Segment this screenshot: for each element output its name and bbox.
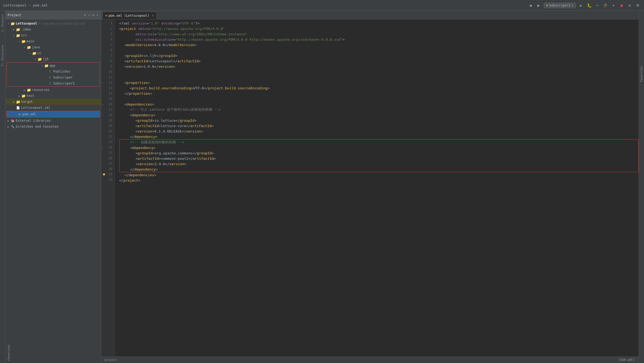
- folder-icon-resources: 📁: [26, 88, 31, 92]
- code-line-2: <project xmlns="http://maven.apache.org/…: [119, 26, 639, 31]
- tree-label-publisher: Publisher: [53, 70, 71, 73]
- tree-label-idea: .idea: [21, 28, 31, 31]
- code-line-9: <version>1.0.0</version>: [119, 64, 639, 69]
- folder-icon-target: 📁: [16, 100, 21, 104]
- code-line-16: <dependencies>: [119, 101, 639, 107]
- line-numbers: 1 2 3 4 5 6 7 8 9 10 11 ▾ 12 13 14 15 ▾: [101, 19, 115, 357]
- tree-item-root[interactable]: ▾ 📁 Lettucepool F:\myCode\crazyCode\Spri…: [5, 21, 101, 26]
- line-num-9: 9: [101, 64, 115, 69]
- tree-item-test[interactable]: ▶ 📁 test: [5, 93, 101, 99]
- tree-arrow-pom: [13, 113, 17, 116]
- run-with-coverage-button[interactable]: ☂: [594, 2, 600, 8]
- tree-item-resources[interactable]: ▶ 📁 resources: [5, 87, 101, 93]
- tree-label-ljh: ljh: [43, 57, 49, 61]
- line-num-23: 23: [101, 139, 115, 145]
- editor-tab-pom[interactable]: m pom.xml (Lettucepool) ×: [102, 12, 157, 19]
- fold-arrow-12[interactable]: ▾: [102, 81, 103, 84]
- profile-button[interactable]: ⏱: [602, 2, 608, 8]
- build-button[interactable]: ⚙: [627, 2, 633, 8]
- code-line-8: <artifactId>Lettucepool</artifactId>: [119, 58, 639, 64]
- line-num-7: 7: [101, 53, 115, 58]
- bottom-bar: project CSDN @张三: [101, 357, 639, 363]
- favorites-area: Favorites: [5, 336, 101, 363]
- tab-label: pom.xml (Lettucepool): [109, 14, 150, 18]
- tab-close-icon[interactable]: ×: [152, 14, 154, 18]
- tree-item-app[interactable]: ▾ 📁 app: [7, 63, 100, 69]
- line-num-13: 13: [101, 85, 115, 91]
- folder-icon-test: 📁: [21, 94, 26, 98]
- panel-expand-icon[interactable]: ⇔: [88, 13, 90, 18]
- tree-item-publisher[interactable]: C Publisher: [7, 69, 100, 74]
- back-icon[interactable]: ◀: [528, 2, 534, 8]
- code-line-3: xmlns:xsi="http://www.w3.org/2001/XMLSch…: [119, 31, 639, 37]
- code-line-30: </project>: [119, 178, 639, 183]
- file-name-title: pom.xml: [33, 3, 48, 7]
- line-num-22: 22: [101, 134, 115, 139]
- run-button[interactable]: ▶: [578, 2, 584, 8]
- fold-arrow-24[interactable]: ▾: [102, 146, 103, 149]
- tree-item-java[interactable]: ▾ 📁 java: [5, 44, 101, 50]
- favorites-tab[interactable]: Favorites: [6, 344, 11, 362]
- tree-item-target[interactable]: ▶ 📁 target: [5, 99, 101, 105]
- dot-29: [103, 173, 105, 175]
- pom-selected-box: m pom.xml: [6, 111, 100, 117]
- structure-tab[interactable]: 7: Structure: [0, 44, 5, 67]
- fold-arrow-16[interactable]: ▾: [102, 103, 103, 106]
- tree-item-external-libs[interactable]: ▶ 📚 External Libraries: [5, 118, 101, 124]
- line-num-12: ▾ 12: [101, 80, 115, 85]
- tree-label-subscriper: Subscriper: [53, 76, 73, 79]
- run-config-dropdown[interactable]: ● Subscriper2 ▾: [544, 3, 576, 8]
- more-run-actions-button[interactable]: ▾: [611, 2, 616, 8]
- tree-arrow-resources: ▶: [23, 89, 26, 91]
- dependency-highlight-box: <!-- 创建连接池对象的依赖 --> <dependency> <groupI…: [119, 139, 639, 172]
- tree-label-root: Lettucepool: [16, 22, 37, 25]
- stop-button[interactable]: ■: [619, 2, 625, 8]
- line-num-4: 4: [101, 37, 115, 42]
- code-line-5: <modelVersion>4.0.0</modelVersion>: [119, 42, 639, 48]
- tree-item-idea[interactable]: ▶ 📁 .idea: [5, 26, 101, 32]
- run-config-label: Subscriper2: [549, 4, 570, 7]
- folder-icon-ljh: 📁: [37, 57, 42, 61]
- file-tree: ▾ 📁 Lettucepool F:\myCode\crazyCode\Spri…: [5, 19, 101, 336]
- panel-gear-icon[interactable]: ⚙: [92, 13, 95, 18]
- code-line-4: xsi:schemaLocation="http://maven.apache.…: [119, 37, 639, 42]
- tree-item-pom[interactable]: m pom.xml: [7, 111, 100, 117]
- line-num-18: ▾ 18: [101, 112, 115, 118]
- line-num-8: 8: [101, 58, 115, 64]
- code-line-25: <groupId>org.apache.commons</groupId>: [119, 150, 638, 156]
- right-side-tabs: Favorites: [639, 11, 644, 363]
- project-tab[interactable]: 1: Project: [0, 13, 5, 33]
- favorites-right-tab[interactable]: Favorites: [639, 65, 644, 83]
- line-num-6: 6: [101, 48, 115, 53]
- tree-arrow-main: ▾: [17, 40, 21, 43]
- tree-item-cn[interactable]: ▾ 📁 cn: [5, 50, 101, 56]
- tree-item-subscriper[interactable]: C Subscriper: [7, 74, 100, 80]
- code-area[interactable]: <?xml version="1.0" encoding="UTF-8"?> <…: [115, 19, 639, 357]
- tree-arrow-root: ▾: [6, 22, 10, 25]
- line-num-10: 10: [101, 69, 115, 74]
- tree-label-src: src: [21, 33, 27, 37]
- editor-area: m pom.xml (Lettucepool) × 1 2 3 4 5 6 7 …: [101, 11, 639, 363]
- folder-icon-app: 📁: [44, 64, 49, 68]
- code-line-7: <groupId>cn.ljh</groupId>: [119, 53, 639, 58]
- tree-arrow-app: ▾: [40, 64, 44, 67]
- line-num-26: 26: [101, 155, 115, 161]
- code-line-12: <properties>: [119, 80, 639, 85]
- panel-sync-icon[interactable]: ⊕: [83, 13, 86, 18]
- debug-button[interactable]: 🐛: [586, 2, 592, 8]
- code-line-26: <artifactId>commons-pool2</artifactId>: [119, 156, 638, 161]
- tree-item-ljh[interactable]: ▾ 📁 ljh: [5, 56, 101, 62]
- settings-icon[interactable]: ≡: [635, 2, 641, 8]
- forward-icon[interactable]: ▶: [536, 2, 542, 8]
- tree-arrow-idea: ▶: [12, 28, 16, 31]
- tree-item-src[interactable]: ▾ 📁 src: [5, 32, 101, 38]
- tree-item-scratches[interactable]: ▶ 🔧 Scratches and Consoles: [5, 124, 101, 130]
- panel-close-icon[interactable]: ×: [96, 13, 99, 18]
- tree-item-subscriper2[interactable]: C Subscriper2: [7, 80, 100, 86]
- fold-arrow-18[interactable]: ▾: [102, 114, 103, 117]
- tree-item-main[interactable]: ▾ 📁 main: [5, 38, 101, 44]
- code-line-21: <version>6.1.4.RELEASE</version>: [119, 128, 639, 134]
- code-line-27: <version>2.9.0</version>: [119, 161, 638, 167]
- tree-arrow-src: ▾: [12, 34, 16, 37]
- tree-item-iml[interactable]: 📄 Lettucepool.iml: [5, 105, 101, 111]
